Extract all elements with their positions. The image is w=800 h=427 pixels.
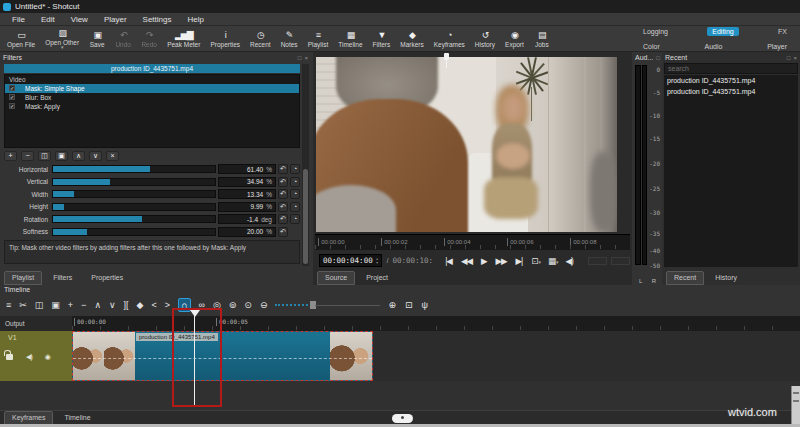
reset-parameter-button[interactable]: ↶ [278,214,288,224]
ripple-delete-icon[interactable]: − [81,299,86,311]
append-icon[interactable]: + [68,299,73,311]
layout-tab[interactable]: Logging [638,27,673,36]
copy-filter-icon[interactable]: ◫ [38,151,51,161]
zoom-slider-thumb[interactable] [310,301,316,309]
video-preview[interactable] [316,57,617,232]
ripple-all-tracks-icon[interactable]: ⊚ [229,299,237,311]
parameter-value-field[interactable]: -1.4deg [218,214,276,224]
toolbar-button[interactable]: ▂▅▇ Peak Meter ▾ [162,26,205,52]
toolbar-button[interactable]: ◉ Export ▾ [500,26,529,52]
timeline-zoom-slider[interactable] [275,301,380,309]
zoom-fit-icon[interactable]: ⊡ [405,299,413,311]
lift-icon[interactable]: ∧ [94,299,101,311]
float-panel-icon[interactable]: □ [298,55,302,61]
timeline-clip[interactable]: production ID_4435751.mp4 [72,331,373,381]
cut-icon[interactable]: ✂ [19,299,27,311]
parameter-value-field[interactable]: 20.00% [218,227,276,237]
player-tab[interactable]: Source [317,271,355,285]
filters-scrollbar[interactable] [302,64,309,266]
layout-tab[interactable]: Color [638,42,665,51]
ripple-markers-icon[interactable]: ⊙ [244,299,252,311]
parameter-slider[interactable] [52,190,216,198]
toolbar-button[interactable]: ✎ Notes ▾ [276,26,303,52]
lock-track-icon[interactable] [6,354,13,360]
toolbar-button[interactable]: ↺ History ▾ [470,26,500,52]
toolbar-button[interactable]: ↷ Redo ▾ [136,26,162,52]
bottom-panel-tab[interactable]: Keyframes [4,411,53,425]
reset-parameter-button[interactable]: ↶ [278,177,288,187]
menu-item[interactable]: Help [179,13,211,26]
bottom-panel-tab[interactable]: Timeline [56,411,98,425]
parameter-value-field[interactable]: 13.34% [218,189,276,199]
panel-tab[interactable]: Recent [666,271,704,285]
toolbar-button[interactable]: ◆ Markers ▾ [395,26,428,52]
parameter-value-field[interactable]: 34.94% [218,177,276,187]
recent-search-input[interactable] [664,63,798,74]
zoom-toggle-icon[interactable]: ⊡▾ [531,256,540,266]
filter-list-item[interactable]: ✓ Blur: Box [5,93,299,102]
skip-start-icon[interactable]: |◀ [445,256,453,266]
reset-parameter-button[interactable]: ↶ [278,189,288,199]
layout-tab[interactable]: FX [773,27,792,36]
next-marker-icon[interactable]: > [165,299,170,311]
player-scrubber[interactable]: 00:00:0000:00:0200:00:0400:00:0600:00:08 [315,234,630,250]
timeline-menu-icon[interactable]: ≡ [6,299,11,311]
grid-toggle-icon[interactable]: ▦▾ [548,256,558,266]
toolbar-button[interactable]: ↶ Undo ▾ [110,26,136,52]
overwrite-icon[interactable]: ∨ [109,299,116,311]
player-tab[interactable]: Project [358,271,396,285]
toolbar-button[interactable]: i Properties ▾ [205,26,245,52]
layout-tab[interactable]: Editing [707,27,738,36]
parameter-slider[interactable] [52,203,216,211]
menu-item[interactable]: Player [96,13,135,26]
timeline-marker-icon[interactable]: ◆ [137,299,144,311]
move-filter-up-icon[interactable]: ∧ [72,151,85,161]
toolbar-button[interactable]: ▼ Filters ▾ [368,26,396,52]
parameter-slider[interactable] [52,228,216,236]
recent-file-item[interactable]: production ID_4435751.mp4 [664,86,798,97]
reset-parameter-button[interactable]: ↶ [278,164,288,174]
reset-parameter-button[interactable]: ↶ [278,202,288,212]
in-point-field[interactable] [588,257,607,265]
layout-tab[interactable]: Player [762,42,792,51]
parameter-slider[interactable] [52,165,216,173]
filter-list-item[interactable]: ✓ Mask: Apply [5,102,299,111]
video-track-header[interactable]: V1 ◀) ◉ [0,331,72,381]
toolbar-button[interactable]: ◷ Recent ▾ [245,26,276,52]
layout-tab[interactable]: Audio [699,42,727,51]
save-filter-set-icon[interactable]: ▣ [55,151,68,161]
toolbar-button[interactable]: ≡ Playlist ▾ [303,26,334,52]
move-filter-down-icon[interactable]: ∨ [89,151,102,161]
toolbar-button[interactable]: ▣ Save ▾ [84,26,110,52]
timeline-zoom-in-icon[interactable]: ⊕ [388,299,396,311]
menu-item[interactable]: Settings [135,13,180,26]
scrollbar-thumb[interactable] [303,169,308,264]
keyframe-parameter-button[interactable]: ◔ [290,202,300,212]
recent-file-item[interactable]: production ID_4435751.mp4 [664,75,798,86]
parameter-value-field[interactable]: 9.99% [218,202,276,212]
filter-list-item[interactable]: ✓ Mask: Simple Shape [5,84,299,93]
parameter-slider[interactable] [52,178,216,186]
filter-checkbox[interactable]: ✓ [9,85,15,91]
toolbar-button[interactable]: ▭ Open File ▾ [2,26,40,52]
filter-checkbox[interactable]: ✓ [9,103,15,109]
menu-item[interactable]: File [4,13,33,26]
deselect-filter-icon[interactable]: × [106,151,119,161]
scroll-handle[interactable] [392,414,413,423]
copy-icon[interactable]: ◫ [35,299,44,311]
toolbar-button[interactable]: ▤ Jobs ▾ [529,26,555,52]
float-panel-icon[interactable]: □ [787,55,791,61]
parameter-value-field[interactable]: 61.40% [218,164,276,174]
out-point-field[interactable] [611,257,630,265]
position-timecode-field[interactable]: 00:00:04:00 ▴▾ [319,254,382,267]
float-panel-icon[interactable]: □ [656,55,660,61]
player-playhead[interactable] [444,53,449,60]
mute-track-icon[interactable]: ◀) [26,353,32,361]
toolbar-button[interactable]: ▦ Timeline ▾ [333,26,367,52]
spinner-arrows-icon[interactable]: ▴▾ [376,257,379,265]
keyframe-parameter-button[interactable]: ◔ [290,189,300,199]
paste-icon[interactable]: ▣ [51,299,60,311]
hide-track-icon[interactable]: ◉ [45,353,50,361]
parameter-slider[interactable] [52,215,216,223]
keyframe-parameter-button[interactable]: ◔ [290,214,300,224]
